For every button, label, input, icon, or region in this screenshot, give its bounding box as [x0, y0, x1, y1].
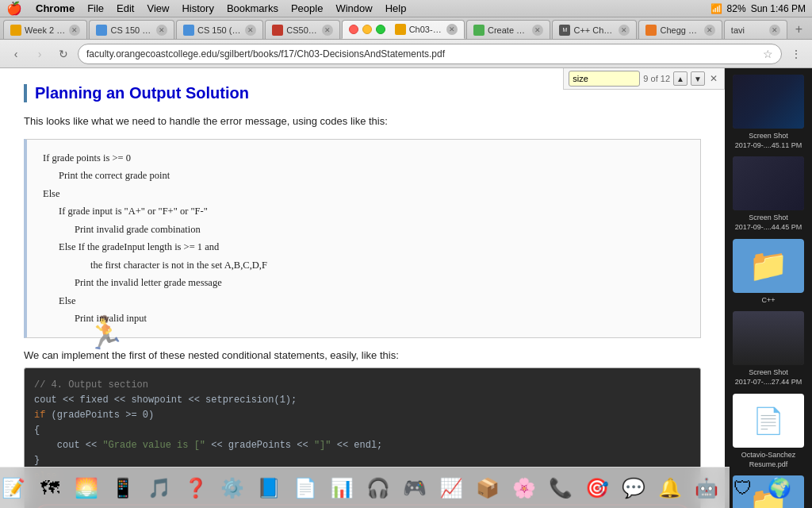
tab-close-cs150-2[interactable]: ✕ — [245, 25, 256, 36]
pdf-search-input[interactable] — [569, 71, 640, 87]
phone-icon[interactable]: 📞 — [544, 471, 577, 505]
messages-icon[interactable]: 💬 — [617, 471, 650, 505]
music-icon[interactable]: 🎧 — [362, 471, 395, 505]
new-tab-button[interactable]: + — [789, 20, 809, 39]
pdf-search-next[interactable]: ▼ — [691, 71, 705, 86]
tab-cs50[interactable]: CS50 IDE ✕ — [265, 20, 339, 39]
pdf-page: Planning an Output Solution This looks l… — [0, 68, 725, 508]
code-line-1: cout << fixed << showpoint << setprecisi… — [34, 393, 691, 408]
game-icon[interactable]: 🎮 — [398, 471, 431, 505]
maps-icon[interactable]: 🗺 — [33, 471, 67, 505]
pseudo-line-6: the first character is not in the set A,… — [43, 256, 684, 275]
tab-week2[interactable]: Week 2 - V... ✕ — [3, 20, 87, 39]
pseudo-line-7: Print the invalid letter grade message — [43, 274, 684, 292]
pseudo-line-2: Else — [43, 185, 684, 203]
tab-label-tavi: tavi — [731, 25, 766, 35]
sidebar-thumb-1 — [733, 156, 804, 210]
tab-label-chegg: Chegg Stu... — [660, 25, 700, 35]
tab-label-cs150-1: CS 150 - C... — [110, 25, 153, 35]
tab-close-create[interactable]: ✕ — [532, 25, 543, 36]
tab-close-cs150-1[interactable]: ✕ — [156, 25, 167, 36]
tab-close-cs50[interactable]: ✕ — [322, 25, 333, 36]
menubar-edit[interactable]: Edit — [111, 2, 140, 15]
tab-close-tavi[interactable]: ✕ — [769, 25, 780, 36]
tab-favicon-cs150-2 — [183, 25, 194, 36]
notes-icon[interactable]: 📝 — [0, 471, 30, 505]
sidebar-thumb-2: 📁 — [733, 239, 804, 293]
address-bar[interactable]: faculty.orangecoastcollege.edu/sgilbert/… — [78, 44, 782, 64]
clock: Sun 1:46 PM — [751, 3, 806, 14]
word-icon[interactable]: 📘 — [252, 471, 285, 505]
forward-button[interactable]: › — [30, 44, 49, 64]
facetime-icon[interactable]: 📱 — [106, 471, 140, 505]
menubar-people[interactable]: People — [285, 2, 328, 15]
menubar-help[interactable]: Help — [380, 2, 412, 15]
tab-create[interactable]: Create a N... ✕ — [466, 20, 550, 39]
menubar-chrome[interactable]: Chrome — [30, 2, 80, 15]
tab-chegg[interactable]: Chegg Stu... ✕ — [638, 20, 722, 39]
powerpoint-icon[interactable]: 📊 — [325, 471, 358, 505]
sidebar-thumb-0 — [733, 75, 804, 129]
menubar-right: 📶 82% Sun 1:46 PM — [710, 3, 806, 14]
dock: 🐾 🌐 📧 📅 📝 🗺 🌅 📱 🎵 ❓ ⚙️ 📘 📄 📊 🎧 🎮 📈 📦 🌸 📞… — [0, 467, 730, 508]
refresh-button[interactable]: ↻ — [54, 44, 73, 64]
sidebar-item-1[interactable]: Screen Shot2017-09-....44.45 PM — [730, 156, 806, 232]
sidebar-label-1: Screen Shot2017-09-....44.45 PM — [735, 214, 802, 232]
sidebar: Screen Shot2017-09-....45.11 PM Screen S… — [725, 68, 812, 508]
settings-icon[interactable]: ⚙️ — [216, 471, 249, 505]
globe-icon[interactable]: 🌍 — [763, 471, 796, 505]
tab-close-ch03[interactable]: ✕ — [446, 24, 458, 35]
menubar-window[interactable]: Window — [330, 2, 377, 15]
photos-icon[interactable]: 🌅 — [70, 471, 103, 505]
tab-close-cpp[interactable]: ✕ — [619, 25, 630, 36]
menubar-file[interactable]: File — [82, 2, 109, 15]
pdf-search-prev[interactable]: ▲ — [673, 71, 688, 86]
target-icon[interactable]: 🎯 — [580, 471, 614, 505]
tab-close-chegg[interactable]: ✕ — [704, 25, 715, 36]
tab-tavi[interactable]: tavi ✕ — [724, 20, 787, 39]
battery-indicator: 82% — [727, 3, 746, 14]
menu-button[interactable]: ⋮ — [787, 44, 806, 64]
tab-favicon-cs150-1 — [96, 25, 107, 36]
tab-label-ch03: Ch03-Dec... — [409, 25, 443, 34]
tab-close-week2[interactable]: ✕ — [69, 25, 80, 36]
pdf-search-close-button[interactable]: ✕ — [708, 71, 719, 86]
close-button[interactable] — [349, 25, 358, 34]
shield-icon[interactable]: 🛡 — [726, 471, 760, 505]
tab-label-cpp: C++ Chara... — [573, 25, 615, 35]
code-intro: We can implement the first of these nest… — [24, 349, 701, 361]
docs-icon[interactable]: 📄 — [289, 471, 322, 505]
code-line-3: { — [34, 423, 691, 438]
pdf-intro: This looks like what we need to handle t… — [24, 114, 701, 129]
tab-ch03[interactable]: Ch03-Dec... ✕ — [342, 20, 465, 39]
sidebar-item-4[interactable]: 📄 Octavio-SanchezResume.pdf — [730, 394, 806, 469]
minimize-button[interactable] — [362, 25, 372, 34]
menubar-view[interactable]: View — [141, 2, 174, 15]
sidebar-item-0[interactable]: Screen Shot2017-09-....45.11 PM — [730, 75, 806, 150]
question-icon[interactable]: ❓ — [179, 471, 213, 505]
main-area: 9 of 12 ▲ ▼ ✕ Planning an Output Solutio… — [0, 68, 812, 508]
flower-icon[interactable]: 🌸 — [508, 471, 541, 505]
back-button[interactable]: ‹ — [6, 44, 25, 64]
robot-icon[interactable]: 🤖 — [690, 471, 723, 505]
maximize-button[interactable] — [376, 25, 385, 34]
sidebar-item-2[interactable]: 📁 C++ — [730, 239, 806, 306]
pseudo-line-0: If grade points is >= 0 — [43, 149, 684, 167]
search-dock-icon[interactable]: 🔍 — [809, 471, 812, 505]
tab-label-week2: Week 2 - V... — [25, 25, 66, 35]
menubar-history[interactable]: History — [176, 2, 219, 15]
pdf-search-bar: 9 of 12 ▲ ▼ ✕ — [563, 68, 725, 90]
tab-cpp[interactable]: M C++ Chara... ✕ — [552, 20, 637, 39]
menubar-bookmarks[interactable]: Bookmarks — [221, 2, 284, 15]
tab-cs150-2[interactable]: CS 150 (7C... ✕ — [176, 20, 263, 39]
pseudo-line-3: If grade input is "A+" or "F+" or "F-" — [43, 202, 684, 221]
notification-icon[interactable]: 🔔 — [653, 471, 687, 505]
apple-menu[interactable]: 🍎 — [6, 1, 22, 16]
tab-cs150-1[interactable]: CS 150 - C... ✕ — [89, 20, 174, 39]
chart-icon[interactable]: 📈 — [435, 471, 468, 505]
bookmark-star-icon[interactable]: ☆ — [763, 48, 773, 60]
sidebar-item-3[interactable]: Screen Shot2017-07-....27.44 PM — [730, 311, 806, 387]
pseudo-line-1: Print the correct grade point — [43, 167, 684, 185]
package-icon[interactable]: 📦 — [471, 471, 504, 505]
itunes-icon[interactable]: 🎵 — [143, 471, 176, 505]
